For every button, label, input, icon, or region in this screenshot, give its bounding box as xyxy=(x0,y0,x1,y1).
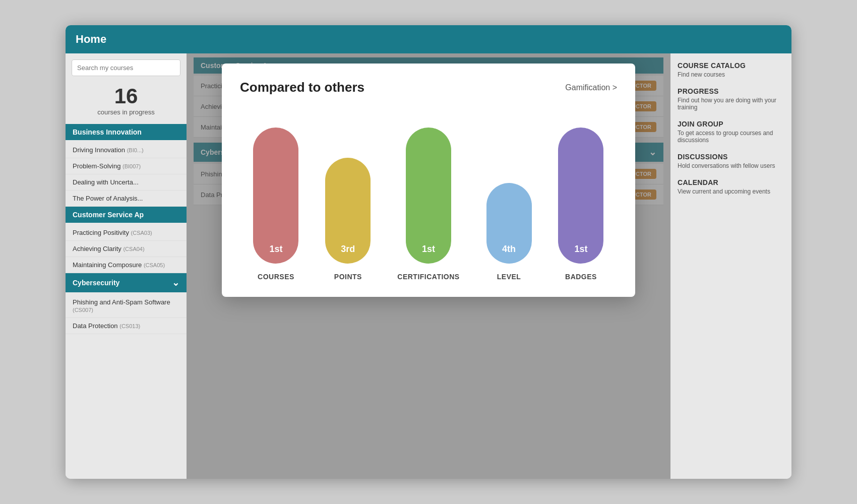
list-item[interactable]: The Power of Analysis... xyxy=(66,191,187,207)
chart-column-certifications: 1st CERTIFICATIONS xyxy=(397,122,459,281)
right-nav-item-course-catalog[interactable]: COURSE CATALOG Find new courses xyxy=(678,61,784,78)
list-item[interactable]: Maintaining Composure (CSA05) xyxy=(66,257,187,273)
right-nav-title-join-group: JOIN GROUP xyxy=(678,120,784,128)
gamification-modal: Compared to others Gamification > 1st CO… xyxy=(222,64,635,297)
right-nav-desc-course-catalog: Find new courses xyxy=(678,71,784,78)
chart-label-points: POINTS xyxy=(334,273,362,281)
chart-column-points: 3rd POINTS xyxy=(325,122,371,281)
bar-rank-level: 4th xyxy=(502,244,516,255)
bar-level: 4th xyxy=(486,183,532,264)
app-frame: Home 16 courses in progress Business Inn… xyxy=(66,25,791,479)
bar-rank-certifications: 1st xyxy=(422,244,435,255)
chart-column-badges: 1st BADGES xyxy=(558,122,603,281)
list-item[interactable]: Practicing Positivity (CSA03) xyxy=(66,225,187,241)
chevron-down-icon: ⌄ xyxy=(172,277,179,288)
right-nav-item-calendar[interactable]: CALENDAR View current and upcoming event… xyxy=(678,178,784,195)
right-nav-desc-calendar: View current and upcoming events xyxy=(678,188,784,195)
chart-label-courses: COURSES xyxy=(258,273,294,281)
list-item[interactable]: Achieving Clarity (CSA04) xyxy=(66,241,187,257)
bar-certifications: 1st xyxy=(406,128,451,264)
left-sidebar: 16 courses in progress Business Innovati… xyxy=(66,53,187,479)
list-item[interactable]: Problem-Solving (BI007) xyxy=(66,158,187,174)
chart-label-certifications: CERTIFICATIONS xyxy=(397,273,459,281)
right-nav-title-discussions: DISCUSSIONS xyxy=(678,153,784,161)
cybersecurity-label: Cybersecurity xyxy=(73,279,119,287)
right-nav-item-join-group[interactable]: JOIN GROUP To get access to group course… xyxy=(678,120,784,144)
courses-in-progress-number: 16 xyxy=(66,84,187,108)
right-nav-title-calendar: CALENDAR xyxy=(678,178,784,186)
right-sidebar: COURSE CATALOG Find new courses PROGRESS… xyxy=(670,53,791,479)
section-header-customer-service[interactable]: Customer Service Ap xyxy=(66,207,187,223)
chart-area: 1st COURSES 3rd PO xyxy=(240,109,617,281)
bar-container-certifications: 1st xyxy=(406,122,451,264)
section-header-business-innovation[interactable]: Business Innovation xyxy=(66,124,187,140)
app-title: Home xyxy=(76,33,106,46)
chart-column-level: 4th LEVEL xyxy=(486,122,532,281)
right-nav-desc-discussions: Hold conversations with fellow users xyxy=(678,162,784,169)
right-nav-title-course-catalog: COURSE CATALOG xyxy=(678,61,784,70)
right-nav-item-discussions[interactable]: DISCUSSIONS Hold conversations with fell… xyxy=(678,153,784,169)
bar-container-courses: 1st xyxy=(253,122,298,264)
top-nav: Home xyxy=(66,25,791,53)
chart-column-courses: 1st COURSES xyxy=(253,122,298,281)
bar-points: 3rd xyxy=(325,158,371,264)
modal-title: Compared to others xyxy=(240,80,364,95)
center-content: Customer Service Ap Practicing Positivit… xyxy=(187,53,670,479)
list-item[interactable]: Dealing with Uncerta... xyxy=(66,174,187,191)
bar-courses: 1st xyxy=(253,128,298,264)
list-item[interactable]: Driving Innovation (BI0...) xyxy=(66,142,187,158)
right-nav-title-progress: PROGRESS xyxy=(678,87,784,95)
modal-overlay[interactable]: Compared to others Gamification > 1st CO… xyxy=(187,53,670,479)
search-input[interactable] xyxy=(72,59,180,76)
bar-badges: 1st xyxy=(558,128,603,264)
right-nav-desc-progress: Find out how you are doing with your tra… xyxy=(678,97,784,111)
chart-label-level: LEVEL xyxy=(497,273,521,281)
list-item[interactable]: Phishing and Anti-Spam Software (CS007) xyxy=(66,294,187,318)
bar-rank-badges: 1st xyxy=(574,244,587,255)
gamification-link[interactable]: Gamification > xyxy=(565,83,617,92)
bar-rank-points: 3rd xyxy=(341,244,355,255)
right-nav-item-progress[interactable]: PROGRESS Find out how you are doing with… xyxy=(678,87,784,111)
section-header-cybersecurity[interactable]: Cybersecurity ⌄ xyxy=(66,273,187,292)
right-nav-desc-join-group: To get access to group courses and discu… xyxy=(678,130,784,144)
bar-container-badges: 1st xyxy=(558,122,603,264)
list-item[interactable]: Data Protection (CS013) xyxy=(66,318,187,334)
chart-label-badges: BADGES xyxy=(565,273,597,281)
main-layout: 16 courses in progress Business Innovati… xyxy=(66,53,791,479)
bar-rank-courses: 1st xyxy=(269,244,282,255)
modal-header: Compared to others Gamification > xyxy=(240,80,617,95)
stat-block: 16 courses in progress xyxy=(66,84,187,116)
bar-container-points: 3rd xyxy=(325,122,371,264)
bar-container-level: 4th xyxy=(486,122,532,264)
courses-in-progress-label: courses in progress xyxy=(66,108,187,116)
